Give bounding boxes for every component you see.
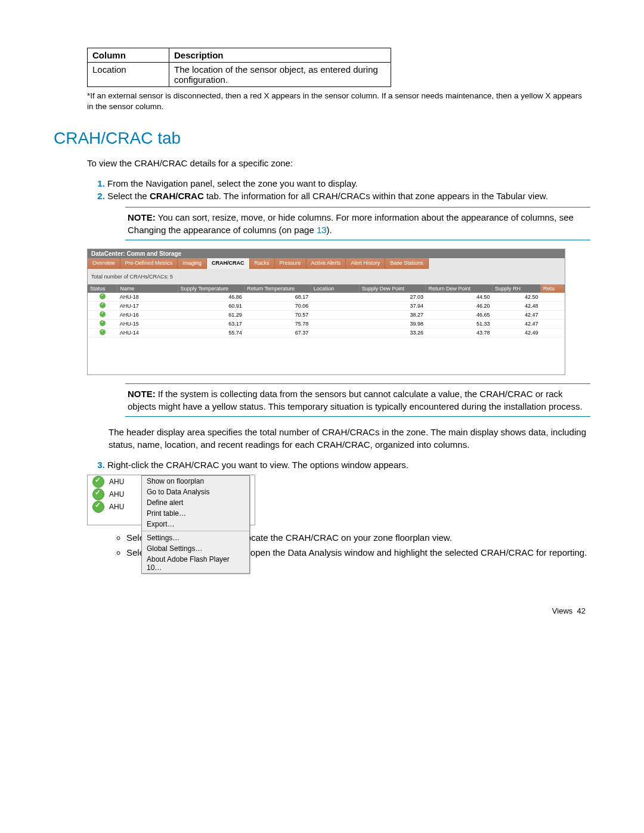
note-box-1: NOTE: You can sort, resize, move, or hid… — [125, 207, 590, 240]
menu-item[interactable]: Global Settings… — [142, 543, 249, 554]
menu-item[interactable]: About Adobe Flash Player 10… — [142, 554, 249, 573]
tab-racks[interactable]: Racks — [250, 258, 275, 269]
cell-supply-dew: 37.94 — [359, 302, 426, 311]
th-return-temp[interactable]: Return Temperature — [244, 284, 311, 293]
cell-name: AHU-18 — [117, 293, 178, 302]
th-column: Column — [88, 48, 169, 63]
row-label: AHU — [109, 503, 124, 511]
th-supply-temp[interactable]: Supply Temperature — [178, 284, 244, 293]
cell-location — [311, 320, 359, 329]
cell-supply-temp: 63.17 — [178, 320, 244, 329]
cell-return-dew: 46.20 — [426, 302, 493, 311]
status-ok-icon — [100, 320, 106, 326]
note-label: NOTE: — [128, 212, 156, 222]
context-menu-screenshot: AHUAHUAHU Show on floorplanGo to Data An… — [87, 475, 255, 525]
cell-supply-rh: 42.50 — [493, 293, 541, 302]
menu-item[interactable]: Print table… — [142, 508, 249, 519]
cell-supply-rh: 42.47 — [493, 311, 541, 320]
intro-text: To view the CRAH/CRAC details for a spec… — [87, 157, 590, 169]
cell-supply-rh: 42.48 — [493, 302, 541, 311]
table-row[interactable]: AHU-1760.9170.0637.9446.2042.48 — [88, 302, 565, 311]
cell-supply-dew: 38.27 — [359, 311, 426, 320]
crah-data-table: Status Name Supply Temperature Return Te… — [88, 284, 565, 337]
tab-imaging[interactable]: Imaging — [178, 258, 207, 269]
status-ok-icon — [100, 293, 106, 299]
context-menu: Show on floorplanGo to Data AnalysisDefi… — [141, 475, 250, 574]
th-status[interactable]: Status — [88, 284, 117, 293]
cell-location — [311, 329, 359, 337]
step-3: Right-click the CRAH/CRAC you want to vi… — [107, 460, 590, 470]
status-ok-icon — [100, 311, 106, 317]
table-row[interactable]: AHU-1846.8668.1727.0344.5042.50 — [88, 293, 565, 302]
cell-supply-temp: 46.86 — [178, 293, 244, 302]
cell-supply-temp: 55.74 — [178, 329, 244, 337]
tab-base-stations[interactable]: Base Stations — [385, 258, 429, 269]
row-label: AHU — [109, 478, 124, 486]
table-row[interactable]: AHU-1455.7467.3733.2643.7842.49 — [88, 329, 565, 337]
note-1-text: You can sort, resize, move, or hide colu… — [128, 212, 574, 235]
menu-item[interactable]: Export… — [142, 519, 249, 529]
table-row[interactable]: AHU-1563.1775.7839.9851.3342.47 — [88, 320, 565, 329]
step-2: Select the CRAH/CRAC tab. The informatio… — [107, 191, 590, 201]
cell-return-temp: 68.17 — [244, 293, 311, 302]
menu-item[interactable]: Settings… — [142, 532, 249, 543]
step-2-text: Select the CRAH/CRAC tab. The informatio… — [107, 191, 548, 201]
cell-name: AHU-17 — [117, 302, 178, 311]
cell-return-dew: 44.50 — [426, 293, 493, 302]
cell-supply-rh: 42.47 — [493, 320, 541, 329]
status-ok-icon — [100, 302, 106, 308]
crah-table-screenshot: DataCenter: Comm and Storage Overview Pr… — [87, 249, 565, 375]
cell-supply-temp: 61.29 — [178, 311, 244, 320]
th-supply-rh[interactable]: Supply RH — [493, 284, 541, 293]
th-return-rh-cut[interactable]: Retu — [540, 284, 564, 293]
cell-location — [311, 311, 359, 320]
cell-supply-temp: 60.91 — [178, 302, 244, 311]
tab-predefined-metrics[interactable]: Pre-Defined Metrics — [120, 258, 178, 269]
tab-active-alerts[interactable]: Active Alerts — [306, 258, 346, 269]
tab-crah-crac[interactable]: CRAH/CRAC — [207, 258, 250, 269]
cell-return-temp: 75.78 — [244, 320, 311, 329]
row-label: AHU — [109, 490, 124, 498]
th-location[interactable]: Location — [311, 284, 359, 293]
para-header-display: The header display area specifies the to… — [109, 426, 590, 451]
cell-return-dew: 51.33 — [426, 320, 493, 329]
note-2-text: If the system is collecting data from th… — [128, 389, 583, 411]
th-return-dew[interactable]: Return Dew Point — [426, 284, 493, 293]
cell-supply-dew: 27.03 — [359, 293, 426, 302]
note-label-2: NOTE: — [128, 389, 156, 399]
menu-item[interactable]: Show on floorplan — [142, 476, 249, 487]
cell-name: AHU-14 — [117, 329, 178, 337]
status-ok-icon — [92, 476, 104, 488]
table-row[interactable]: AHU-1661.2970.5738.2746.6542.47 — [88, 311, 565, 320]
tab-overview[interactable]: Overview — [88, 258, 120, 269]
tabs-bar: Overview Pre-Defined Metrics Imaging CRA… — [88, 258, 565, 269]
cell-return-dew: 46.65 — [426, 311, 493, 320]
cell-location — [311, 293, 359, 302]
step-1-text: From the Navigation panel, select the zo… — [107, 178, 358, 188]
cell-return-temp: 70.06 — [244, 302, 311, 311]
cell-supply-rh: 42.49 — [493, 329, 541, 337]
status-ok-icon — [92, 501, 104, 513]
cell-return-temp: 67.37 — [244, 329, 311, 337]
menu-item[interactable]: Define alert — [142, 497, 249, 508]
td-column: Location — [88, 63, 169, 87]
cell-name: AHU-16 — [117, 311, 178, 320]
panel-title: DataCenter: Comm and Storage — [88, 249, 565, 258]
menu-separator — [142, 531, 249, 531]
menu-item[interactable]: Go to Data Analysis — [142, 487, 249, 497]
tab-alert-history[interactable]: Alert History — [346, 258, 385, 269]
column-description-table: Column Description Location The location… — [87, 48, 391, 87]
status-ok-icon — [100, 329, 106, 335]
total-count-label: Total number of CRAHs/CRACs: 5 — [88, 269, 565, 284]
th-description: Description — [169, 48, 391, 63]
th-supply-dew[interactable]: Supply Dew Point — [359, 284, 426, 293]
td-description: The location of the sensor object, as en… — [169, 63, 391, 87]
tab-pressure[interactable]: Pressure — [275, 258, 306, 269]
cell-supply-dew: 39.98 — [359, 320, 426, 329]
cell-name: AHU-15 — [117, 320, 178, 329]
cell-supply-dew: 33.26 — [359, 329, 426, 337]
th-name[interactable]: Name — [117, 284, 178, 293]
status-ok-icon — [92, 488, 104, 500]
step-3-text: Right-click the CRAH/CRAC you want to vi… — [107, 460, 408, 470]
note-box-2: NOTE: If the system is collecting data f… — [125, 383, 590, 417]
